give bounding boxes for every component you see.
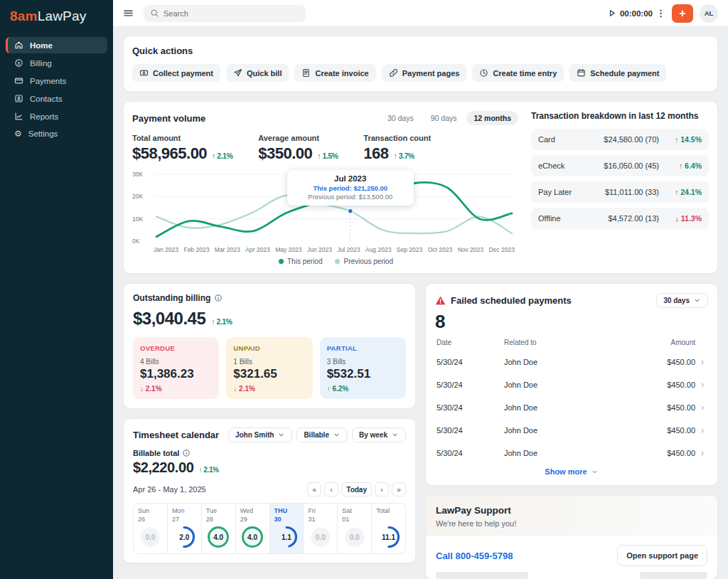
column-related-to: Related to (504, 339, 646, 346)
day-cell-thu[interactable]: THU301.1 (270, 503, 304, 554)
search-input[interactable] (164, 9, 299, 18)
hours-value: 1.1 (274, 525, 299, 549)
filter-billable-dropdown[interactable]: Billable (296, 427, 348, 442)
day-cell-mon[interactable]: Mon272.0 (168, 503, 202, 554)
quick-bill-icon (233, 68, 242, 78)
hours-ring: 1.1 (274, 525, 299, 549)
day-cell-total[interactable]: Total 11.1 (372, 503, 406, 554)
filter-by-week-dropdown[interactable]: By week (352, 427, 406, 442)
tile-amount: $1,386.23 (140, 367, 212, 381)
hours-value: 0.0 (309, 525, 333, 549)
chevron-right-icon[interactable] (699, 358, 707, 366)
breakdown-amount: $11,011.00 (33) (605, 188, 659, 196)
day-of-week: Total (376, 507, 401, 516)
tile-status: PARTIAL (327, 344, 399, 352)
collect-payment-button[interactable]: Collect payment (132, 64, 220, 82)
day-date: 31 (308, 516, 333, 524)
chevron-right-icon[interactable] (699, 450, 707, 457)
day-cell-sun[interactable]: Sun260.0 (133, 503, 168, 554)
quick-actions-card: Quick actions Collect paymentQuick billC… (123, 36, 718, 92)
trend-up-badge: 6.2% (327, 385, 399, 393)
show-more-link[interactable]: Show more (435, 467, 708, 476)
x-axis-tick: Sep 2023 (397, 246, 422, 253)
main-area: 00:00:00 ⋮ + AL Quick actions Collect pa… (113, 0, 728, 579)
sidebar-item-home[interactable]: Home (6, 37, 107, 53)
day-cell-tue[interactable]: Tue284.0 (202, 503, 236, 554)
info-icon[interactable] (182, 449, 191, 457)
create-invoice-button[interactable]: Create invoice (294, 64, 375, 82)
sidebar-item-billing[interactable]: $Billing (6, 55, 107, 71)
y-axis-tick: 20K (132, 193, 143, 200)
play-icon[interactable] (607, 9, 616, 18)
column-date: Date (437, 339, 504, 346)
quick-action-label: Create time entry (493, 69, 557, 78)
hours-ring: 4.0 (240, 525, 264, 549)
day-cell-fri[interactable]: Fri310.0 (304, 503, 338, 554)
chevron-right-icon[interactable] (699, 404, 707, 412)
payment-pages-button[interactable]: Payment pages (382, 64, 467, 82)
tooltip-previous-period: Previous period: $13,500.00 (293, 193, 408, 201)
day-cell-wed[interactable]: Wed294.0 (236, 503, 270, 554)
hours-ring: 0.0 (138, 525, 162, 549)
range-12-months[interactable]: 12 months (466, 111, 518, 125)
timesheet-week-grid: Sun260.0Mon272.0Tue284.0Wed294.0THU301.1… (133, 503, 406, 554)
chevron-down-icon (391, 431, 399, 439)
last-week-button[interactable]: » (392, 482, 406, 496)
payment-volume-chart: Jul 2023 This period: $21,250.00 Previou… (132, 170, 518, 244)
failed-payments-range-dropdown[interactable]: 30 days (656, 293, 708, 308)
avatar[interactable]: AL (700, 4, 718, 23)
x-axis-tick: Nov 2023 (458, 246, 483, 253)
failed-payment-row[interactable]: 5/30/24John Doe$450.00 (435, 442, 708, 464)
failed-payment-row[interactable]: 5/30/24John Doe$450.00 (435, 419, 708, 442)
left-column: Outstanding billing $3,040.45 2.1% OVERD… (123, 283, 416, 563)
search-box[interactable] (144, 5, 306, 22)
filter-value: John Smith (235, 431, 274, 439)
sidebar-item-contacts[interactable]: Contacts (6, 90, 107, 107)
day-cell-sat[interactable]: Sat010.0 (338, 503, 372, 554)
y-axis-tick: 30K (132, 171, 143, 178)
previous-week-button[interactable]: ‹ (324, 482, 338, 496)
schedule-payment-button[interactable]: Schedule payment (569, 64, 666, 82)
sidebar-item-settings[interactable]: ⚙Settings (6, 126, 107, 142)
chevron-right-icon[interactable] (699, 427, 707, 435)
quick-action-label: Quick bill (247, 69, 282, 78)
timesheet-date-range: Apr 26 - May 1, 2025 (133, 485, 206, 494)
legend-dot-icon (279, 259, 284, 264)
menu-icon[interactable] (123, 8, 134, 18)
add-button[interactable]: + (672, 4, 693, 23)
kebab-menu-icon[interactable]: ⋮ (656, 9, 665, 18)
y-axis-tick: 10K (132, 216, 143, 223)
next-week-button[interactable]: › (375, 482, 389, 496)
failed-payments-card: Failed scheduled payments 30 days 8 Date… (425, 283, 718, 486)
trend-up-badge: 14.5% (675, 135, 702, 144)
filter-john-smith-dropdown[interactable]: John Smith (228, 427, 292, 442)
billable-total-value: $2,220.00 (133, 460, 193, 476)
chevron-right-icon[interactable] (699, 381, 707, 389)
failed-payment-row[interactable]: 5/30/24John Doe$450.00 (435, 396, 708, 419)
sidebar-item-payments[interactable]: Payments (6, 73, 107, 89)
failed-payment-row[interactable]: 5/30/24John Doe$450.00 (435, 373, 708, 396)
quick-bill-button[interactable]: Quick bill (226, 64, 289, 82)
payment-volume-card: Payment volume 30 days90 days12 months T… (123, 101, 718, 274)
billing-tile-overdue: OVERDUE4 Bills$1,386.232.1% (133, 337, 219, 399)
first-week-button[interactable]: « (307, 482, 321, 496)
open-support-page-button[interactable]: Open support page (617, 545, 707, 566)
create-time-entry-button[interactable]: Create time entry (472, 64, 564, 82)
day-date: 26 (138, 516, 163, 524)
hours-ring: 0.0 (309, 525, 333, 549)
range-90-days[interactable]: 90 days (424, 111, 464, 125)
payment-volume-title: Payment volume (132, 113, 205, 124)
day-of-week: Sun (138, 507, 163, 516)
today-button[interactable]: Today (341, 482, 372, 496)
day-of-week: Sat (342, 507, 367, 516)
support-call-link[interactable]: Call 800-459-5798 (436, 551, 513, 561)
range-30-days[interactable]: 30 days (380, 111, 421, 125)
failed-payment-row[interactable]: 5/30/24John Doe$450.00 (435, 351, 708, 373)
svg-text:$: $ (18, 60, 21, 65)
info-icon[interactable] (214, 294, 223, 302)
hours-value: 0.0 (138, 525, 162, 549)
timer-widget[interactable]: 00:00:00 ⋮ (607, 9, 665, 18)
hours-value: 4.0 (240, 525, 264, 549)
sidebar-item-reports[interactable]: Reports (6, 108, 107, 124)
breakdown-amount: $4,572.00 (13) (608, 214, 659, 223)
